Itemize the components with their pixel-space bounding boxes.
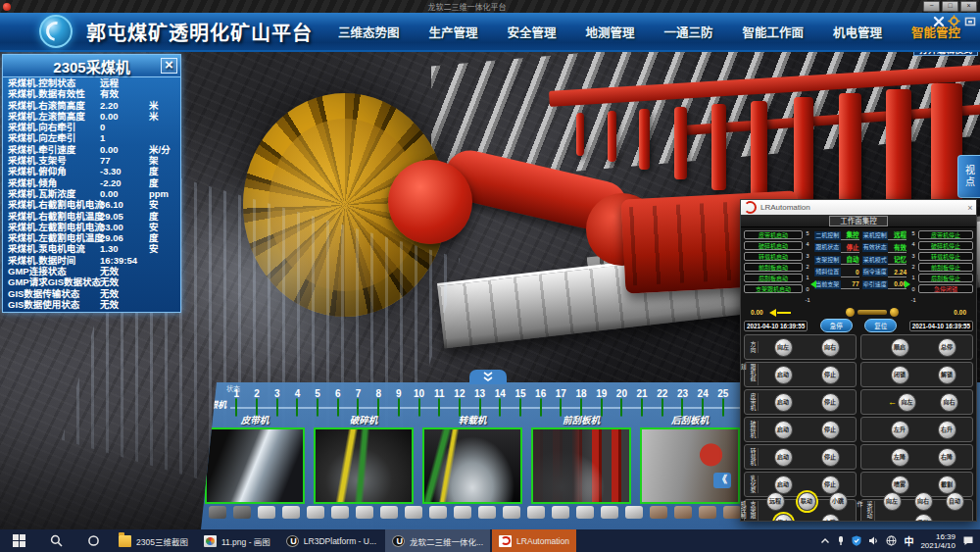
support-cell[interactable]: 19 (591, 388, 612, 417)
support-cell[interactable]: 15 (511, 388, 531, 417)
camera-thumbnail[interactable] (314, 427, 414, 504)
fit-screen-icon[interactable] (963, 15, 976, 27)
start-button[interactable] (0, 529, 37, 552)
dock-collapse-tab[interactable] (469, 370, 507, 384)
round-control-button[interactable]: 小跳 (829, 492, 848, 511)
support-cell[interactable]: 1 (226, 388, 247, 417)
speaker-icon[interactable] (868, 535, 879, 546)
close-icon[interactable]: × (161, 58, 177, 74)
equipment-start-button[interactable]: 支架跟机启动 (744, 284, 803, 293)
round-control-button[interactable]: 左降 (891, 448, 909, 467)
taskbar-app[interactable]: 龙软二三维一体化... (385, 529, 490, 552)
network-globe-icon[interactable] (886, 535, 897, 546)
round-control-button[interactable]: 停止 (821, 393, 840, 412)
nav-item[interactable]: 智能工作面 (743, 23, 805, 41)
taskbar-app[interactable]: 11.png - 画图 (197, 529, 277, 552)
support-cell[interactable]: 20 (612, 388, 632, 417)
nav-item[interactable]: 三维态势图 (338, 23, 400, 41)
round-control-button[interactable]: 右升 (938, 421, 956, 439)
round-control-button[interactable]: 右降 (938, 448, 956, 467)
task-view-icon[interactable] (74, 529, 112, 552)
gear-icon[interactable] (948, 15, 960, 27)
camera-strip-prev[interactable]: 《 (713, 473, 731, 488)
close-button[interactable]: × (960, 1, 977, 12)
round-control-button[interactable]: 启动 (774, 393, 793, 412)
round-control-button[interactable]: 自动 (946, 492, 964, 511)
round-control-button[interactable]: 向左 (898, 393, 916, 412)
support-cell[interactable]: 4 (287, 388, 308, 417)
support-cell[interactable]: 23 (672, 388, 693, 417)
round-control-button[interactable]: 启动 (774, 421, 793, 439)
round-control-button[interactable]: 向右 (821, 338, 840, 357)
round-control-button[interactable]: 大跳 (821, 514, 840, 522)
support-cell[interactable]: 5 (308, 388, 328, 417)
round-control-button[interactable]: 顺启 (891, 338, 909, 357)
support-cell[interactable]: 16 (530, 388, 551, 417)
support-cell[interactable]: 12 (450, 388, 470, 417)
support-cell[interactable]: 21 (632, 388, 653, 417)
taskbar-app[interactable]: LRAutomation (492, 529, 576, 552)
clock[interactable]: 16:39 2021/4/10 (920, 532, 956, 550)
round-control-button[interactable]: 闭锁 (891, 366, 909, 384)
support-cell[interactable]: 24 (693, 388, 713, 417)
taskbar-app[interactable]: LR3DPlatform - U... (279, 529, 383, 552)
nav-item[interactable]: 安全管理 (508, 23, 557, 41)
search-icon[interactable] (37, 529, 74, 552)
equipment-stop-button[interactable]: 急停闭锁 (918, 284, 973, 293)
usb-icon[interactable] (837, 535, 845, 546)
lra-titlebar[interactable]: LRAutomation × (741, 200, 976, 215)
round-control-button[interactable]: 停止 (821, 421, 840, 439)
nav-item[interactable]: 一通三防 (664, 23, 713, 41)
support-cell[interactable]: 14 (490, 388, 511, 417)
ime-indicator[interactable]: 中 (904, 533, 913, 548)
round-control-button[interactable]: 启动 (774, 366, 793, 384)
camera-thumbnail[interactable] (640, 427, 740, 504)
support-cell[interactable]: 13 (469, 388, 490, 417)
round-control-button[interactable]: 总停 (938, 338, 956, 357)
support-cell[interactable]: 18 (571, 388, 592, 417)
support-cell[interactable]: 17 (551, 388, 571, 417)
reset-pill-button[interactable]: 复位 (864, 319, 897, 332)
round-control-button[interactable]: 向右 (940, 393, 958, 412)
support-cell[interactable]: 22 (652, 388, 672, 417)
support-cell[interactable]: 6 (327, 388, 348, 417)
shield-icon[interactable] (852, 535, 861, 546)
shearer-position-slider[interactable]: 0.00 0.00 (741, 306, 976, 319)
round-control-button[interactable]: 远程 (766, 492, 785, 511)
chevron-up-icon[interactable] (820, 537, 830, 545)
maximize-button[interactable]: □ (942, 1, 958, 12)
camera-thumbnail[interactable] (531, 427, 631, 504)
nav-item[interactable]: 机电管理 (833, 23, 882, 41)
equipment-stop-button[interactable]: 破碎机停止 (918, 241, 973, 250)
taskbar-app[interactable]: 2305三维截图 (112, 529, 195, 552)
equipment-start-button[interactable]: 后刮板启动 (744, 274, 803, 282)
camera-thumbnail[interactable] (422, 427, 522, 504)
notification-icon[interactable] (962, 535, 974, 546)
support-cell[interactable]: 8 (368, 388, 389, 417)
round-control-button[interactable]: 启动 (774, 448, 793, 467)
round-control-button[interactable]: 停止 (821, 448, 840, 467)
support-cell[interactable]: 3 (267, 388, 287, 417)
nav-item[interactable]: 生产管理 (429, 23, 478, 41)
estop-pill-button[interactable]: 急停 (820, 319, 853, 332)
round-control-button[interactable]: 向左 (883, 492, 902, 511)
equipment-start-button[interactable]: 前刮板启动 (744, 263, 803, 272)
support-cell[interactable]: 25 (713, 388, 734, 417)
equipment-start-button[interactable]: 转载机启动 (744, 252, 803, 261)
equipment-start-button[interactable]: 破碎机启动 (744, 241, 803, 250)
round-control-button[interactable]: 停止 (774, 514, 793, 522)
minimize-button[interactable]: − (923, 1, 940, 12)
round-control-button[interactable]: 向左 (774, 338, 793, 357)
support-cell[interactable]: 10 (409, 388, 429, 417)
round-control-button[interactable]: 联动 (798, 492, 816, 511)
support-cell[interactable]: 11 (429, 388, 450, 417)
close-icon[interactable]: × (964, 203, 976, 213)
nav-item[interactable]: 地测管理 (586, 23, 635, 41)
support-cell[interactable]: 7 (348, 388, 368, 417)
round-control-button[interactable]: 解锁 (938, 366, 956, 384)
support-cell[interactable]: 9 (389, 388, 410, 417)
round-control-button[interactable]: 停止 (821, 366, 840, 384)
equipment-start-button[interactable]: 皮带机启动 (744, 230, 803, 239)
equipment-stop-button[interactable]: 皮带机停止 (918, 230, 973, 239)
viewpoint-tab[interactable]: 视点 (957, 155, 980, 198)
